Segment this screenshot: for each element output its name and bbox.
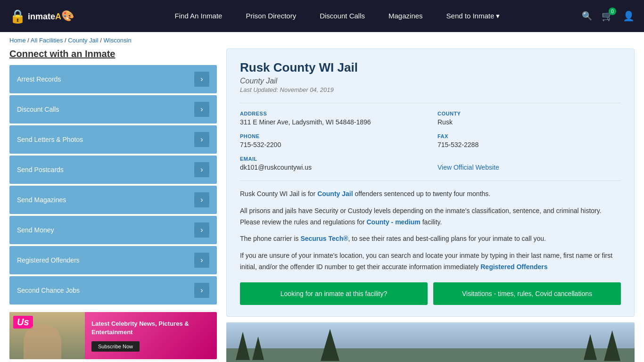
- phone-value: 715-532-2200: [240, 141, 423, 148]
- cart-badge: 0: [609, 8, 616, 15]
- arrow-icon: ›: [194, 283, 209, 298]
- county-label: COUNTY: [438, 111, 621, 116]
- facility-info-grid: ADDRESS 311 E Miner Ave, Ladysmith, WI 5…: [240, 103, 621, 171]
- logo-text: inmateA🎨: [28, 10, 74, 22]
- sidebar-item-second-chance-jobs[interactable]: Second Chance Jobs ›: [9, 276, 217, 304]
- user-icon[interactable]: 👤: [623, 10, 635, 22]
- logo-icon: 🔒: [9, 8, 26, 24]
- sidebar-item-label: Send Letters & Photos: [17, 136, 83, 143]
- content: Rusk County WI Jail County Jail Last Upd…: [226, 49, 635, 362]
- sidebar-item-send-letters[interactable]: Send Letters & Photos ›: [9, 125, 217, 154]
- fax-label: FAX: [438, 133, 621, 139]
- desc3: The phone carrier is Securus Tech®, to s…: [240, 233, 621, 245]
- address-label: ADDRESS: [240, 111, 423, 116]
- fax-field: FAX 715-532-2288: [438, 133, 621, 148]
- sidebar-item-arrest-records[interactable]: Arrest Records ›: [9, 65, 217, 93]
- ad-person-silhouette: [24, 324, 61, 359]
- logo[interactable]: 🔒 inmateA🎨: [9, 8, 74, 24]
- breadcrumb-home[interactable]: Home: [9, 37, 26, 44]
- breadcrumb: Home / All Facilities / County Jail / Wi…: [0, 32, 644, 49]
- facility-last-updated: Last Updated: November 04, 2019: [240, 86, 621, 93]
- breadcrumb-all-facilities[interactable]: All Facilities: [31, 37, 63, 44]
- sidebar-item-label: Send Postcards: [17, 166, 64, 173]
- sidebar-item-label: Registered Offenders: [17, 256, 80, 264]
- sidebar-item-label: Send Money: [17, 226, 54, 234]
- arrow-icon: ›: [194, 192, 209, 207]
- phone-label: PHONE: [240, 133, 423, 139]
- nav-send-to-inmate[interactable]: Send to Inmate ▾: [446, 12, 500, 20]
- navbar-actions: 🔍 🛒 0 👤: [582, 10, 635, 22]
- county-value: Rusk: [438, 118, 621, 126]
- sky: [226, 322, 635, 348]
- navbar-links: Find An Inmate Prison Directory Discount…: [93, 12, 582, 20]
- ad-headline: Latest Celebrity News, Pictures & Entert…: [91, 320, 210, 337]
- sidebar-item-label: Send Magazines: [17, 196, 66, 204]
- nav-prison-directory[interactable]: Prison Directory: [246, 12, 296, 20]
- sidebar-item-label: Discount Calls: [17, 106, 59, 113]
- county-medium-link[interactable]: County - medium: [366, 218, 420, 226]
- address-field: ADDRESS 311 E Miner Ave, Ladysmith, WI 5…: [240, 111, 423, 126]
- ad-subscribe-button[interactable]: Subscribe Now: [91, 341, 140, 352]
- phone-field: PHONE 715-532-2200: [240, 133, 423, 148]
- website-field: View Official Website: [438, 156, 621, 171]
- sidebar-item-registered-offenders[interactable]: Registered Offenders ›: [9, 246, 217, 274]
- sidebar-item-label: Second Chance Jobs: [17, 287, 80, 294]
- website-link[interactable]: View Official Website: [438, 164, 499, 171]
- sidebar-item-send-magazines[interactable]: Send Magazines ›: [9, 186, 217, 214]
- registered-offenders-link[interactable]: Registered Offenders: [480, 263, 547, 271]
- visitations-button[interactable]: Visitations - times, rules, Covid cancel…: [433, 282, 621, 305]
- desc1: Rusk County WI Jail is for County Jail o…: [240, 189, 621, 200]
- sidebar-item-send-postcards[interactable]: Send Postcards ›: [9, 156, 217, 184]
- desc4: If you are unsure of your inmate's locat…: [240, 250, 621, 273]
- breadcrumb-county-jail[interactable]: County Jail: [68, 37, 98, 44]
- main-layout: Connect with an Inmate Arrest Records › …: [0, 49, 644, 362]
- county-field: COUNTY Rusk: [438, 111, 621, 126]
- sidebar-ad[interactable]: Us Latest Celebrity News, Pictures & Ent…: [9, 312, 217, 359]
- arrow-icon: ›: [194, 132, 209, 147]
- nav-discount-calls[interactable]: Discount Calls: [320, 12, 365, 20]
- looking-for-inmate-button[interactable]: Looking for an inmate at this facility?: [240, 282, 428, 305]
- facility-type: County Jail: [240, 77, 621, 85]
- cart-icon-wrap[interactable]: 🛒 0: [602, 10, 613, 22]
- nav-magazines[interactable]: Magazines: [388, 12, 423, 20]
- sidebar-menu: Arrest Records › Discount Calls › Send L…: [9, 65, 217, 304]
- sidebar: Connect with an Inmate Arrest Records › …: [9, 49, 217, 359]
- arrow-icon: ›: [194, 222, 209, 238]
- facility-name: Rusk County WI Jail: [240, 60, 621, 75]
- email-value: dk101@ruskcountywi.us: [240, 164, 423, 171]
- desc2: All prisons and jails have Security or C…: [240, 206, 621, 228]
- email-label: EMAIL: [240, 156, 423, 162]
- navbar: 🔒 inmateA🎨 Find An Inmate Prison Directo…: [0, 0, 644, 32]
- sidebar-item-label: Arrest Records: [17, 75, 61, 83]
- nav-find-inmate[interactable]: Find An Inmate: [175, 12, 223, 20]
- action-buttons: Looking for an inmate at this facility? …: [240, 282, 621, 305]
- address-value: 311 E Miner Ave, Ladysmith, WI 54848-189…: [240, 118, 423, 126]
- arrow-icon: ›: [194, 162, 209, 177]
- sidebar-item-send-money[interactable]: Send Money ›: [9, 216, 217, 244]
- arrow-icon: ›: [194, 102, 209, 117]
- ad-image: Us: [9, 312, 85, 359]
- county-jail-link[interactable]: County Jail: [317, 190, 353, 197]
- facility-description: Rusk County WI Jail is for County Jail o…: [240, 181, 621, 273]
- sidebar-item-discount-calls[interactable]: Discount Calls ›: [9, 95, 217, 123]
- ad-text-area: Latest Celebrity News, Pictures & Entert…: [85, 312, 217, 359]
- search-icon[interactable]: 🔍: [582, 11, 592, 21]
- breadcrumb-wisconsin[interactable]: Wisconsin: [103, 37, 131, 44]
- fax-value: 715-532-2288: [438, 141, 621, 148]
- ad-us-logo: Us: [13, 316, 33, 329]
- facility-photo: [226, 322, 635, 362]
- ground: [226, 348, 635, 362]
- facility-card: Rusk County WI Jail County Jail Last Upd…: [226, 49, 635, 317]
- securus-link[interactable]: Securus Tech®: [300, 235, 348, 242]
- arrow-icon: ›: [194, 72, 209, 87]
- arrow-icon: ›: [194, 253, 209, 268]
- email-field: EMAIL dk101@ruskcountywi.us: [240, 156, 423, 171]
- sidebar-title: Connect with an Inmate: [9, 49, 217, 59]
